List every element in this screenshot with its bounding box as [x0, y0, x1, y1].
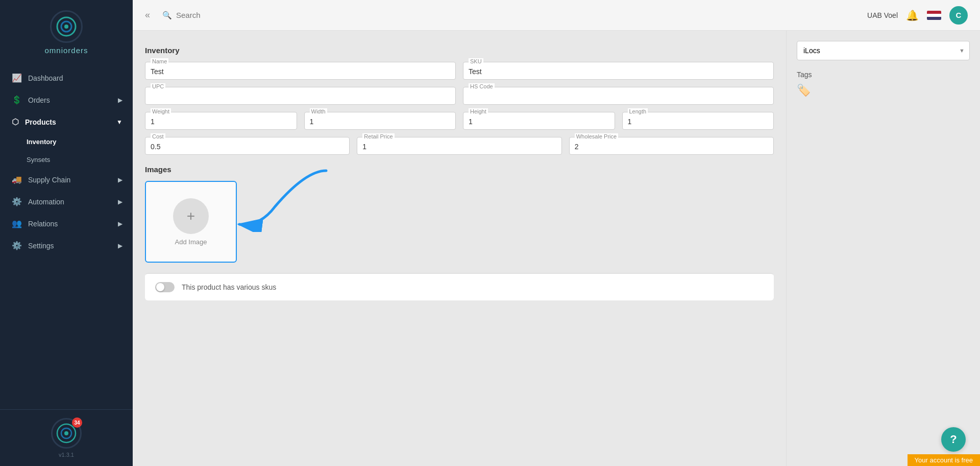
add-image-label: Add Image	[175, 238, 207, 246]
upc-field: UPC	[145, 87, 456, 105]
weight-label: Weight	[151, 108, 171, 114]
sidebar-item-automation[interactable]: ⚙️ Automation ▶	[0, 191, 133, 213]
height-label: Height	[469, 108, 488, 114]
version-text: v1.3.1	[59, 452, 74, 458]
svg-point-5	[64, 431, 68, 435]
wholesale-price-input[interactable]	[575, 141, 768, 151]
chevron-right-icon: ▶	[118, 198, 122, 205]
name-label: Name	[151, 58, 168, 64]
logo-icon	[50, 10, 83, 43]
weight-input[interactable]	[151, 115, 291, 126]
width-input[interactable]	[310, 115, 451, 126]
relations-icon: 👥	[12, 219, 22, 228]
supply-chain-icon: 🚚	[12, 175, 22, 184]
chevron-down-icon: ▼	[116, 119, 122, 126]
sku-toggle[interactable]	[155, 282, 175, 292]
height-input[interactable]	[469, 115, 609, 126]
images-area: + Add Image	[145, 181, 774, 263]
dashboard-icon: 📈	[12, 73, 22, 83]
images-section-title: Images	[145, 165, 774, 174]
name-sku-row: Name SKU UPC HS Code	[145, 62, 774, 105]
annotation-arrow	[224, 166, 336, 232]
products-submenu: Inventory Synsets	[0, 133, 133, 169]
collapse-button[interactable]: «	[145, 10, 150, 20]
sidebar-item-relations[interactable]: 👥 Relations ▶	[0, 213, 133, 235]
sidebar-item-synsets[interactable]: Synsets	[0, 151, 133, 169]
pricing-row: Cost Retail Price Wholesale Price	[145, 137, 774, 155]
chevron-right-icon: ▶	[118, 220, 122, 227]
sku-notice-text: This product has various skus	[182, 283, 276, 291]
products-icon: ⬡	[12, 117, 19, 127]
name-input[interactable]	[151, 65, 450, 76]
orders-icon: 💲	[12, 95, 22, 105]
tag-icon[interactable]: 🏷️	[797, 84, 811, 97]
sidebar: omniorders 📈 Dashboard 💲 Orders ▶ ⬡ Prod…	[0, 0, 133, 466]
account-notice: Your account is free	[908, 454, 980, 466]
sku-input[interactable]	[469, 65, 768, 76]
chevron-right-icon: ▶	[118, 242, 122, 249]
bell-icon[interactable]: 🔔	[906, 9, 919, 21]
sidebar-item-label: Dashboard	[28, 74, 63, 82]
retail-price-input[interactable]	[362, 141, 556, 151]
search-area: 🔍	[162, 11, 859, 20]
hs-code-input[interactable]	[469, 90, 768, 101]
wholesale-price-label: Wholesale Price	[575, 133, 618, 139]
upc-label: UPC	[151, 83, 165, 89]
cost-field: Cost	[145, 137, 350, 155]
cost-label: Cost	[151, 133, 165, 139]
add-image-button[interactable]: + Add Image	[145, 181, 237, 263]
sidebar-item-supply-chain[interactable]: 🚚 Supply Chain ▶	[0, 169, 133, 191]
tags-title: Tags	[797, 71, 970, 79]
cost-input[interactable]	[151, 141, 344, 151]
length-input[interactable]	[628, 115, 769, 126]
upc-input[interactable]	[151, 90, 450, 101]
chevron-right-icon: ▶	[118, 97, 122, 104]
content-area: Inventory Name SKU UPC HS Code	[133, 31, 980, 466]
company-name: UAB Voel	[867, 11, 898, 19]
topbar: « 🔍 UAB Voel 🔔 C	[133, 0, 980, 31]
length-field: Length	[622, 112, 774, 130]
retail-price-label: Retail Price	[362, 133, 394, 139]
width-field: Width	[304, 112, 456, 130]
sku-label: SKU	[469, 58, 483, 64]
tags-section: Tags 🏷️	[797, 71, 970, 97]
chevron-right-icon: ▶	[118, 176, 122, 183]
app-name: omniorders	[44, 46, 88, 55]
hs-code-label: HS Code	[469, 83, 495, 89]
sidebar-item-label: Orders	[28, 96, 50, 104]
height-field: Height	[463, 112, 615, 130]
length-label: Length	[628, 108, 648, 114]
sidebar-item-inventory[interactable]: Inventory	[0, 133, 133, 151]
sidebar-nav: 📈 Dashboard 💲 Orders ▶ ⬡ Products ▼ Inve…	[0, 63, 133, 409]
sidebar-item-settings[interactable]: ⚙️ Settings ▶	[0, 235, 133, 257]
name-field: Name	[145, 62, 456, 80]
notification-count: 34	[72, 417, 82, 428]
hs-code-field: HS Code	[463, 87, 774, 105]
width-label: Width	[310, 108, 327, 114]
settings-icon: ⚙️	[12, 241, 22, 250]
help-button[interactable]: ?	[941, 427, 966, 452]
avatar[interactable]: C	[949, 6, 968, 25]
sidebar-item-orders[interactable]: 💲 Orders ▶	[0, 89, 133, 111]
search-input[interactable]	[176, 11, 278, 19]
sidebar-item-label: Settings	[28, 242, 54, 250]
weight-field: Weight	[145, 112, 297, 130]
sidebar-footer: 34 v1.3.1	[0, 409, 133, 466]
sidebar-item-products[interactable]: ⬡ Products ▼	[0, 111, 133, 133]
retail-price-field: Retail Price	[357, 137, 561, 155]
inventory-section-title: Inventory	[145, 46, 774, 55]
sidebar-item-label: Supply Chain	[28, 176, 70, 184]
sidebar-item-label: Relations	[28, 220, 58, 228]
main-area: « 🔍 UAB Voel 🔔 C Inventory Name SKU	[133, 0, 980, 466]
wholesale-price-field: Wholesale Price	[569, 137, 774, 155]
sku-notice: This product has various skus	[145, 273, 774, 300]
version-badge: 34	[51, 418, 82, 449]
ilocs-select[interactable]: iLocs	[797, 41, 970, 60]
right-panel: iLocs Tags 🏷️	[786, 31, 980, 466]
sidebar-item-dashboard[interactable]: 📈 Dashboard	[0, 67, 133, 89]
svg-point-2	[64, 25, 68, 29]
dimensions-row: Weight Width Height Length	[145, 112, 774, 130]
sku-field: SKU	[463, 62, 774, 80]
sidebar-item-label: Automation	[28, 198, 64, 206]
search-icon: 🔍	[162, 11, 172, 20]
